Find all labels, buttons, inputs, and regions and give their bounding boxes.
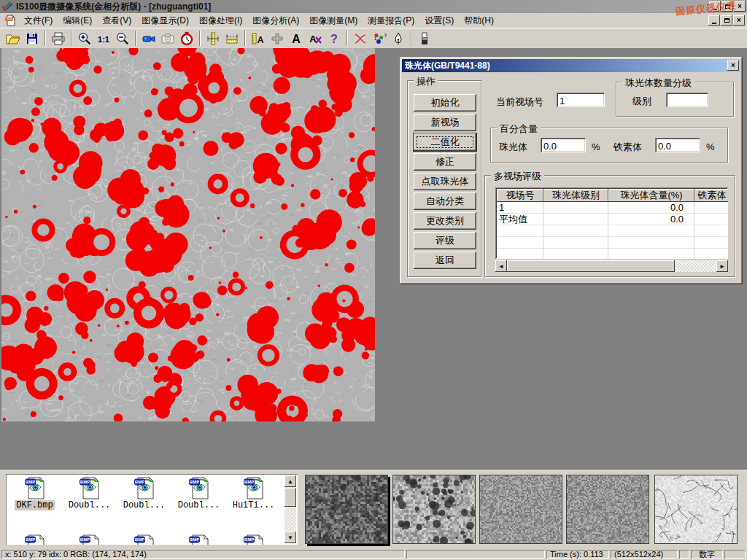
merge-button[interactable] bbox=[268, 30, 287, 47]
menu-edit[interactable]: 编辑(E) bbox=[58, 13, 97, 28]
pick-pearlite-button[interactable]: 点取珠光体 bbox=[414, 173, 476, 190]
mdi-minimize-button[interactable] bbox=[708, 15, 720, 26]
change-class-button[interactable]: 更改类别 bbox=[414, 212, 476, 230]
scroll-thumb[interactable] bbox=[507, 260, 675, 272]
ruler-icon bbox=[225, 31, 239, 46]
menu-file[interactable]: 文件(F) bbox=[19, 13, 58, 28]
menu-report[interactable]: 测量报告(P) bbox=[363, 13, 419, 28]
mdi-close-button[interactable]: × bbox=[733, 15, 745, 26]
toolbar-separator bbox=[135, 31, 136, 46]
mdi-restore-icon bbox=[724, 18, 729, 23]
zoom-in-icon bbox=[77, 31, 92, 46]
menu-image-analysis[interactable]: 图像分析(A) bbox=[247, 13, 304, 28]
scroll-left-button[interactable]: ◄ bbox=[495, 260, 507, 272]
file-name[interactable]: Doubl... bbox=[122, 500, 167, 510]
col-ferrite[interactable]: 铁素体 bbox=[694, 189, 728, 202]
timer-button[interactable] bbox=[177, 30, 196, 47]
file-list[interactable]: BMP DKF.bmp BMP Doubl... BMP Doubl... BM… bbox=[6, 474, 298, 545]
mdi-restore-button[interactable] bbox=[721, 15, 732, 26]
col-pearlite-grade[interactable]: 珠光体级别 bbox=[543, 189, 608, 202]
svg-text:BMP: BMP bbox=[25, 537, 34, 542]
multi-field-table[interactable]: 视场号 珠光体级别 珠光体含量(%) 铁素体 1 0.0 平均值 0.0 bbox=[495, 187, 728, 259]
dialog-title: 珠光体(GB/T9441-88) bbox=[405, 60, 727, 72]
dialog-close-icon: × bbox=[731, 62, 735, 69]
file-item[interactable]: BMP Doubl... bbox=[62, 476, 117, 510]
print-button[interactable] bbox=[49, 30, 68, 47]
table-header-row: 视场号 珠光体级别 珠光体含量(%) 铁素体 bbox=[497, 189, 728, 202]
curve-measure-button[interactable] bbox=[351, 30, 370, 47]
ferrite-percent-input[interactable] bbox=[655, 138, 700, 152]
current-field-input[interactable] bbox=[557, 93, 605, 107]
document-icon[interactable]: DOC bbox=[4, 15, 16, 26]
time-status: Time (s): 0.113 bbox=[546, 550, 609, 559]
ruler-button[interactable] bbox=[222, 30, 241, 47]
table-row[interactable]: 平均值 0.0 bbox=[497, 214, 728, 225]
save-button[interactable] bbox=[23, 30, 42, 47]
thumbnail-1[interactable] bbox=[305, 475, 388, 544]
file-item[interactable]: BMP Doubl... bbox=[171, 476, 226, 510]
count-points-button[interactable]: 31 bbox=[370, 30, 389, 47]
caliper-button[interactable] bbox=[204, 30, 222, 47]
button-label: 返回 bbox=[436, 254, 454, 267]
scroll-thumb[interactable] bbox=[285, 488, 296, 507]
init-button[interactable]: 初始化 bbox=[414, 94, 476, 112]
menu-image-measure[interactable]: 图像测量(M) bbox=[304, 13, 363, 28]
file-item[interactable]: BMP bbox=[226, 534, 281, 545]
file-item[interactable]: BMP HuiTi... bbox=[226, 476, 281, 510]
measure-label-button[interactable]: A bbox=[249, 30, 268, 47]
zoom-in-button[interactable] bbox=[75, 30, 94, 47]
new-field-button[interactable]: 新视场 bbox=[414, 114, 476, 131]
file-name[interactable]: DKF.bmp bbox=[15, 500, 54, 510]
scroll-down-button[interactable]: ▼ bbox=[285, 532, 296, 543]
file-item[interactable]: BMP bbox=[7, 534, 62, 545]
file-list-scrollbar[interactable]: ▲ ▼ bbox=[285, 475, 296, 543]
video-capture-button[interactable] bbox=[139, 30, 158, 47]
menu-view[interactable]: 查看(V) bbox=[97, 13, 136, 28]
file-item[interactable]: BMP Doubl... bbox=[117, 476, 171, 510]
menu-image-process[interactable]: 图像处理(I) bbox=[194, 13, 247, 28]
menu-help[interactable]: 帮助(H) bbox=[459, 13, 499, 28]
dialog-close-button[interactable]: × bbox=[727, 61, 739, 71]
menu-image-display[interactable]: 图像显示(D) bbox=[136, 13, 194, 28]
zoom-out-button[interactable] bbox=[113, 30, 132, 47]
thumbnail-2[interactable] bbox=[392, 475, 476, 544]
grade-button[interactable]: 评级 bbox=[414, 232, 476, 249]
file-name[interactable]: HuiTi... bbox=[231, 500, 276, 510]
text-delete-button[interactable]: A bbox=[306, 30, 325, 47]
bmp-file-icon: BMP bbox=[78, 534, 101, 545]
table-row[interactable]: 1 0.0 bbox=[497, 202, 728, 214]
brush-button[interactable] bbox=[415, 30, 434, 47]
thumbnail-3[interactable] bbox=[479, 475, 562, 544]
pearlite-percent-input[interactable] bbox=[541, 138, 586, 152]
cell-grade bbox=[543, 214, 608, 225]
binarize-button[interactable]: 二值化 bbox=[414, 133, 476, 151]
return-button[interactable]: 返回 bbox=[414, 252, 476, 269]
file-item[interactable]: BMP bbox=[62, 534, 117, 545]
correct-button[interactable]: 修正 bbox=[414, 153, 476, 171]
scroll-right-button[interactable]: ► bbox=[716, 260, 728, 272]
file-item[interactable]: BMP bbox=[171, 534, 226, 545]
table-h-scrollbar[interactable]: ◄ ► bbox=[495, 260, 728, 272]
thumbnail-4[interactable] bbox=[566, 475, 649, 544]
button-label: 二值化 bbox=[431, 136, 460, 149]
text-button[interactable]: A bbox=[287, 30, 306, 47]
col-field-no[interactable]: 视场号 bbox=[497, 189, 543, 202]
pen-button[interactable] bbox=[389, 30, 408, 47]
scroll-up-button[interactable]: ▲ bbox=[285, 475, 296, 487]
dialog-title-bar[interactable]: 珠光体(GB/T9441-88) × bbox=[402, 59, 740, 72]
thumbnail-5[interactable] bbox=[654, 475, 738, 544]
menu-settings[interactable]: 设置(S) bbox=[419, 13, 459, 28]
camera-capture-button[interactable] bbox=[158, 30, 177, 47]
open-button[interactable] bbox=[4, 30, 23, 47]
operation-group-label: 操作 bbox=[414, 75, 438, 88]
file-item[interactable]: BMP bbox=[117, 534, 171, 545]
grade-input[interactable] bbox=[666, 93, 708, 107]
auto-classify-button[interactable]: 自动分类 bbox=[414, 192, 476, 210]
metallograph-image[interactable] bbox=[1, 48, 375, 421]
file-item[interactable]: BMP DKF.bmp bbox=[7, 476, 62, 510]
col-pearlite-content[interactable]: 珠光体含量(%) bbox=[608, 189, 694, 202]
help-button[interactable]: ? bbox=[325, 30, 344, 47]
file-name[interactable]: Doubl... bbox=[177, 500, 222, 510]
file-name[interactable]: Doubl... bbox=[67, 500, 112, 510]
actual-size-button[interactable]: 1:1 bbox=[94, 30, 113, 47]
